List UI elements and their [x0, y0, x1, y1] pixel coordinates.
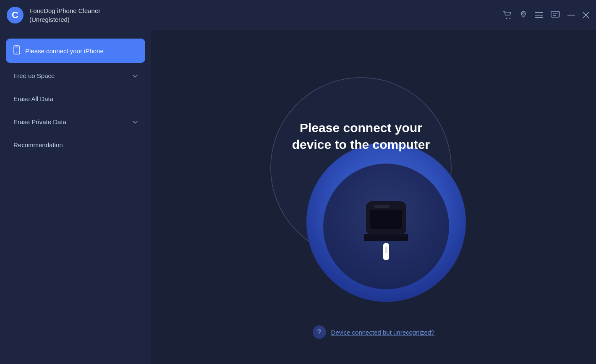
- chat-icon[interactable]: [551, 11, 560, 19]
- svg-rect-6: [551, 11, 559, 17]
- help-icon[interactable]: ?: [313, 325, 326, 339]
- svg-text:Please connect your: Please connect your: [300, 121, 422, 135]
- svg-point-2: [523, 13, 524, 14]
- sidebar-item-label-recommendation: Recommendation: [13, 141, 63, 148]
- minimize-icon[interactable]: [567, 14, 575, 16]
- svg-rect-24: [385, 247, 387, 253]
- app-title: FoneDog iPhone Cleaner (Unregistered): [29, 6, 100, 24]
- help-container: ? Device connected but unrecognized?: [313, 325, 435, 339]
- main-layout: Please connect your iPhone Free uo Space…: [0, 30, 596, 364]
- sidebar-item-label-free-up-space: Free uo Space: [13, 72, 55, 79]
- svg-rect-19: [374, 205, 389, 208]
- title-left: C FoneDog iPhone Cleaner (Unregistered): [7, 6, 100, 24]
- sidebar-item-erase-all-data[interactable]: Erase All Data: [6, 88, 145, 109]
- svg-point-12: [16, 52, 17, 53]
- content-area: Please connect your device to the comput…: [151, 30, 596, 364]
- sidebar-item-label-erase-all: Erase All Data: [13, 95, 53, 102]
- app-logo: C: [7, 7, 24, 23]
- sidebar-item-connect-iphone[interactable]: Please connect your iPhone: [6, 39, 145, 63]
- sidebar-item-erase-private-data[interactable]: Erase Private Data: [6, 112, 145, 132]
- sidebar-item-label-connect: Please connect your iPhone: [25, 47, 104, 55]
- illustration-wrapper: Please connect your device to the comput…: [239, 71, 508, 315]
- help-link[interactable]: Device connected but unrecognized?: [331, 329, 435, 336]
- chevron-down-icon-2: [133, 119, 138, 125]
- sidebar-item-recommendation[interactable]: Recommendation: [6, 135, 145, 155]
- close-icon[interactable]: [583, 12, 589, 18]
- svg-rect-20: [370, 210, 402, 229]
- main-illustration: Please connect your device to the comput…: [239, 71, 508, 315]
- pin-icon[interactable]: [520, 11, 527, 19]
- phone-icon: [13, 45, 20, 56]
- svg-rect-22: [364, 237, 408, 241]
- cart-icon[interactable]: [503, 11, 512, 19]
- sidebar-item-free-up-space[interactable]: Free uo Space: [6, 65, 145, 86]
- svg-text:device to the computer: device to the computer: [292, 138, 430, 151]
- sidebar-item-label-erase-private: Erase Private Data: [13, 118, 66, 125]
- title-controls: [503, 11, 589, 19]
- menu-icon[interactable]: [535, 12, 543, 18]
- svg-point-0: [506, 18, 507, 19]
- chevron-down-icon: [133, 73, 138, 79]
- svg-point-1: [510, 18, 511, 19]
- sidebar: Please connect your iPhone Free uo Space…: [0, 30, 151, 364]
- title-bar: C FoneDog iPhone Cleaner (Unregistered): [0, 0, 596, 30]
